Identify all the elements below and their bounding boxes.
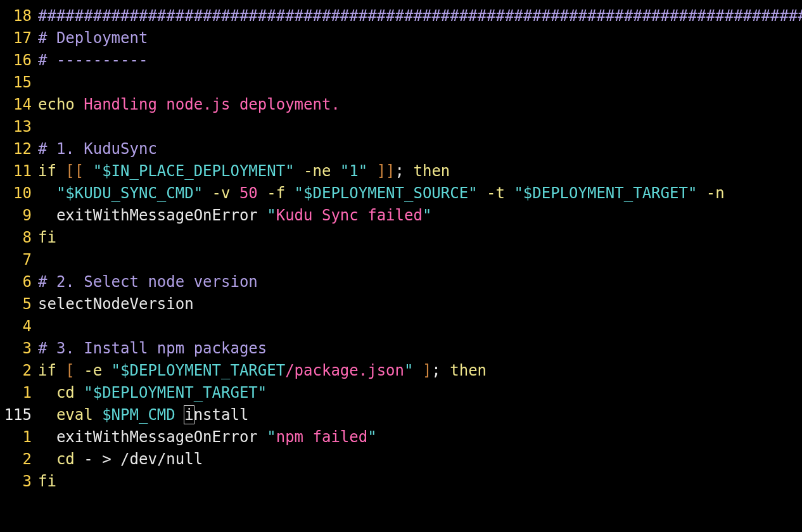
line-number: 7 [0, 249, 32, 271]
code-token [38, 406, 56, 424]
line-number: 1 [0, 426, 32, 448]
code-line[interactable]: # Deployment [38, 27, 802, 49]
code-token: nstall [194, 406, 249, 424]
line-number: 5 [0, 293, 32, 315]
line-number: 18 [0, 5, 32, 27]
code-token: # ---------- [38, 51, 148, 69]
code-line[interactable]: exitWithMessageOnError "npm failed" [38, 426, 802, 448]
code-token: [ [65, 362, 74, 379]
code-token: Kudu Sync failed [276, 206, 423, 224]
code-token: -n [697, 184, 734, 202]
line-number: 17 [0, 27, 32, 49]
code-line[interactable] [38, 249, 802, 271]
code-token [175, 406, 184, 424]
code-area[interactable]: ########################################… [34, 5, 802, 493]
line-number: 115 [0, 404, 32, 426]
code-token [84, 162, 92, 180]
code-token: /package.json [285, 362, 404, 379]
code-token: ########################################… [38, 7, 802, 25]
code-token: if [38, 362, 65, 379]
line-number-gutter: 181716151413121110987654321115123 [0, 5, 34, 493]
line-number: 9 [0, 205, 32, 227]
code-line[interactable]: # 2. Select node version [38, 271, 802, 293]
code-token: cd [56, 450, 84, 468]
code-token: ; [395, 162, 414, 180]
code-token [413, 362, 422, 379]
code-token: "$DEPLOYMENT_TARGET" [84, 384, 267, 402]
line-number: 15 [0, 72, 32, 94]
code-token: "$IN_PLACE_DEPLOYMENT" [93, 162, 295, 180]
code-token: selectNodeVersion [38, 295, 194, 313]
code-token: eval [56, 406, 102, 424]
code-token: if [38, 162, 65, 180]
line-number: 14 [0, 94, 32, 116]
code-token: ]] [377, 162, 395, 180]
code-line[interactable] [38, 116, 802, 138]
code-token [38, 384, 56, 402]
code-token: exitWithMessageOnError [38, 206, 267, 224]
line-number: 6 [0, 271, 32, 293]
code-token: " [267, 428, 276, 446]
code-line[interactable]: exitWithMessageOnError "Kudu Sync failed… [38, 205, 802, 227]
code-token [367, 162, 376, 180]
code-line[interactable]: if [[ "$IN_PLACE_DEPLOYMENT" -ne "1" ]];… [38, 160, 802, 182]
code-line[interactable] [38, 72, 802, 94]
line-number: 2 [0, 360, 32, 382]
line-number: 3 [0, 471, 32, 493]
line-number: 11 [0, 160, 32, 182]
code-token: exitWithMessageOnError [38, 428, 267, 446]
code-line[interactable]: cd "$DEPLOYMENT_TARGET" [38, 382, 802, 404]
code-line[interactable]: echo Handling node.js deployment. [38, 94, 802, 116]
code-line[interactable]: "$KUDU_SYNC_CMD" -v 50 -f "$DEPLOYMENT_S… [38, 182, 802, 205]
code-token: npm failed [276, 428, 368, 446]
code-token: "$DEPLOYMENT_TARGET [111, 362, 286, 379]
code-token: [[ [65, 162, 84, 180]
code-token: fi [38, 472, 56, 490]
code-token: -e [75, 362, 111, 379]
code-token: -f [258, 184, 295, 202]
line-number: 8 [0, 227, 32, 249]
code-line[interactable] [38, 315, 802, 338]
code-token: - [84, 450, 102, 468]
line-number: 10 [0, 182, 32, 205]
cursor: i [184, 405, 194, 424]
code-token: " [404, 362, 413, 379]
code-token: 50 [239, 184, 258, 202]
code-line[interactable]: selectNodeVersion [38, 293, 802, 315]
line-number: 2 [0, 448, 32, 471]
code-line[interactable]: # ---------- [38, 49, 802, 72]
code-token: echo [38, 96, 84, 113]
code-token [38, 450, 56, 468]
code-token: then [413, 162, 450, 180]
code-line[interactable]: eval $NPM_CMD install [38, 404, 802, 426]
code-token: > [102, 450, 120, 468]
code-token: # 2. Select node version [38, 273, 258, 291]
code-token: # 1. KuduSync [38, 140, 157, 158]
code-token: ; [431, 362, 450, 379]
line-number: 3 [0, 338, 32, 360]
code-token: /dev/null [120, 450, 203, 468]
line-number: 4 [0, 315, 32, 338]
code-token: "1" [340, 162, 367, 180]
code-token: "$KUDU_SYNC_CMD" [56, 184, 203, 202]
line-number: 16 [0, 49, 32, 72]
code-token: -t [478, 184, 514, 202]
code-line[interactable]: ########################################… [38, 5, 802, 27]
code-token: -v [203, 184, 239, 202]
code-token: " [267, 206, 276, 224]
code-token: "$DEPLOYMENT_SOURCE" [295, 184, 478, 202]
code-line[interactable]: # 1. KuduSync [38, 138, 802, 160]
code-token: fi [38, 229, 56, 246]
code-token: $NPM_CMD [102, 406, 175, 424]
code-token: -ne [295, 162, 340, 180]
code-token [38, 184, 56, 202]
line-number: 1 [0, 382, 32, 404]
code-line[interactable]: # 3. Install npm packages [38, 338, 802, 360]
code-line[interactable]: cd - > /dev/null [38, 448, 802, 471]
code-line[interactable]: fi [38, 471, 802, 493]
code-token: Handling node.js deployment. [84, 96, 340, 113]
code-line[interactable]: fi [38, 227, 802, 249]
code-token: ] [423, 362, 431, 379]
code-line[interactable]: if [ -e "$DEPLOYMENT_TARGET/package.json… [38, 360, 802, 382]
code-editor[interactable]: 181716151413121110987654321115123 ######… [0, 0, 802, 493]
